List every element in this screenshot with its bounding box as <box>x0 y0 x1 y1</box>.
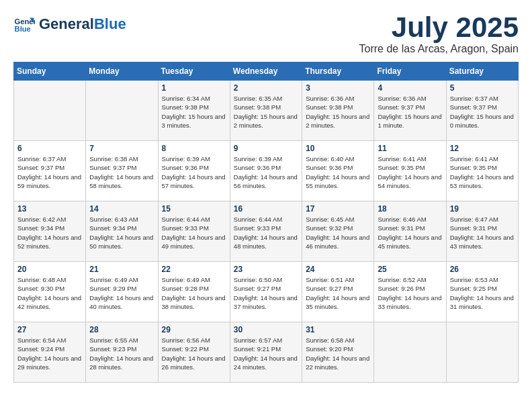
calendar-cell: 16 Sunrise: 6:44 AMSunset: 9:33 PMDaylig… <box>230 201 302 262</box>
page-header: General Blue GeneralBlue July 2025 Torre… <box>13 13 519 55</box>
calendar-cell: 24 Sunrise: 6:51 AMSunset: 9:27 PMDaylig… <box>302 262 374 322</box>
day-info: Sunrise: 6:48 AMSunset: 9:30 PMDaylight:… <box>17 275 82 311</box>
weekday-header: Sunday <box>14 62 86 81</box>
day-info: Sunrise: 6:34 AMSunset: 9:38 PMDaylight:… <box>162 94 226 130</box>
calendar-cell: 15 Sunrise: 6:44 AMSunset: 9:33 PMDaylig… <box>158 201 230 262</box>
weekday-header: Saturday <box>446 62 518 81</box>
day-info: Sunrise: 6:42 AMSunset: 9:34 PMDaylight:… <box>17 215 82 250</box>
day-number: 7 <box>89 144 154 153</box>
logo-general: GeneralBlue <box>39 16 126 32</box>
month-title: July 2025 <box>359 13 519 42</box>
calendar-cell <box>14 81 86 141</box>
calendar-cell: 4 Sunrise: 6:36 AMSunset: 9:37 PMDayligh… <box>374 81 446 141</box>
calendar-cell: 8 Sunrise: 6:39 AMSunset: 9:36 PMDayligh… <box>158 141 230 201</box>
calendar-cell: 30 Sunrise: 6:57 AMSunset: 9:21 PMDaylig… <box>230 322 302 383</box>
day-info: Sunrise: 6:56 AMSunset: 9:22 PMDaylight:… <box>162 336 226 371</box>
day-info: Sunrise: 6:54 AMSunset: 9:24 PMDaylight:… <box>17 336 82 371</box>
calendar-body: 1 Sunrise: 6:34 AMSunset: 9:38 PMDayligh… <box>14 81 519 383</box>
day-info: Sunrise: 6:39 AMSunset: 9:36 PMDaylight:… <box>162 154 226 190</box>
day-info: Sunrise: 6:49 AMSunset: 9:28 PMDaylight:… <box>162 275 226 311</box>
calendar-cell: 2 Sunrise: 6:35 AMSunset: 9:38 PMDayligh… <box>230 81 302 141</box>
day-number: 3 <box>306 83 370 93</box>
day-number: 23 <box>234 265 298 274</box>
day-info: Sunrise: 6:46 AMSunset: 9:31 PMDaylight:… <box>378 215 442 250</box>
day-info: Sunrise: 6:37 AMSunset: 9:37 PMDaylight:… <box>450 94 515 130</box>
calendar-cell: 17 Sunrise: 6:45 AMSunset: 9:32 PMDaylig… <box>302 201 374 262</box>
day-number: 1 <box>162 83 226 93</box>
day-number: 27 <box>17 325 82 334</box>
day-number: 26 <box>450 265 515 274</box>
day-number: 10 <box>306 144 370 153</box>
day-number: 30 <box>234 325 298 334</box>
day-number: 20 <box>17 265 82 274</box>
day-info: Sunrise: 6:41 AMSunset: 9:35 PMDaylight:… <box>450 154 515 190</box>
day-info: Sunrise: 6:36 AMSunset: 9:38 PMDaylight:… <box>306 94 370 130</box>
day-number: 13 <box>17 204 82 214</box>
day-number: 22 <box>162 265 226 274</box>
day-number: 5 <box>450 83 515 93</box>
calendar-cell: 11 Sunrise: 6:41 AMSunset: 9:35 PMDaylig… <box>374 141 446 201</box>
calendar-cell: 12 Sunrise: 6:41 AMSunset: 9:35 PMDaylig… <box>446 141 518 201</box>
calendar-cell: 19 Sunrise: 6:47 AMSunset: 9:31 PMDaylig… <box>446 201 518 262</box>
day-info: Sunrise: 6:37 AMSunset: 9:37 PMDaylight:… <box>17 154 82 190</box>
day-info: Sunrise: 6:51 AMSunset: 9:27 PMDaylight:… <box>306 275 370 311</box>
day-info: Sunrise: 6:55 AMSunset: 9:23 PMDaylight:… <box>89 336 154 371</box>
calendar-cell: 7 Sunrise: 6:38 AMSunset: 9:37 PMDayligh… <box>86 141 158 201</box>
calendar-cell: 23 Sunrise: 6:50 AMSunset: 9:27 PMDaylig… <box>230 262 302 322</box>
day-number: 12 <box>450 144 515 153</box>
calendar-cell: 22 Sunrise: 6:49 AMSunset: 9:28 PMDaylig… <box>158 262 230 322</box>
day-info: Sunrise: 6:40 AMSunset: 9:36 PMDaylight:… <box>306 154 370 190</box>
logo-blue: Blue <box>94 15 126 32</box>
day-info: Sunrise: 6:52 AMSunset: 9:26 PMDaylight:… <box>378 275 442 311</box>
day-number: 28 <box>89 325 154 334</box>
day-info: Sunrise: 6:53 AMSunset: 9:25 PMDaylight:… <box>450 275 515 311</box>
calendar-cell <box>446 322 518 383</box>
day-number: 19 <box>450 204 515 214</box>
day-info: Sunrise: 6:44 AMSunset: 9:33 PMDaylight:… <box>234 215 298 250</box>
day-number: 11 <box>378 144 442 153</box>
day-number: 18 <box>378 204 442 214</box>
day-number: 2 <box>234 83 298 93</box>
logo: General Blue GeneralBlue <box>13 13 126 35</box>
calendar-cell: 29 Sunrise: 6:56 AMSunset: 9:22 PMDaylig… <box>158 322 230 383</box>
calendar-week-row: 1 Sunrise: 6:34 AMSunset: 9:38 PMDayligh… <box>14 81 519 141</box>
calendar-cell: 3 Sunrise: 6:36 AMSunset: 9:38 PMDayligh… <box>302 81 374 141</box>
day-info: Sunrise: 6:38 AMSunset: 9:37 PMDaylight:… <box>89 154 154 190</box>
day-number: 4 <box>378 83 442 93</box>
day-info: Sunrise: 6:47 AMSunset: 9:31 PMDaylight:… <box>450 215 515 250</box>
calendar-cell: 27 Sunrise: 6:54 AMSunset: 9:24 PMDaylig… <box>14 322 86 383</box>
calendar-week-row: 27 Sunrise: 6:54 AMSunset: 9:24 PMDaylig… <box>14 322 519 383</box>
day-info: Sunrise: 6:49 AMSunset: 9:29 PMDaylight:… <box>89 275 154 311</box>
calendar-cell: 26 Sunrise: 6:53 AMSunset: 9:25 PMDaylig… <box>446 262 518 322</box>
calendar-cell: 9 Sunrise: 6:39 AMSunset: 9:36 PMDayligh… <box>230 141 302 201</box>
svg-text:Blue: Blue <box>15 25 31 33</box>
day-info: Sunrise: 6:50 AMSunset: 9:27 PMDaylight:… <box>234 275 298 311</box>
day-info: Sunrise: 6:58 AMSunset: 9:20 PMDaylight:… <box>306 336 370 371</box>
calendar-cell: 14 Sunrise: 6:43 AMSunset: 9:34 PMDaylig… <box>86 201 158 262</box>
day-number: 15 <box>162 204 226 214</box>
calendar-week-row: 20 Sunrise: 6:48 AMSunset: 9:30 PMDaylig… <box>14 262 519 322</box>
title-block: July 2025 Torre de las Arcas, Aragon, Sp… <box>359 13 519 55</box>
calendar-week-row: 13 Sunrise: 6:42 AMSunset: 9:34 PMDaylig… <box>14 201 519 262</box>
location: Torre de las Arcas, Aragon, Spain <box>359 43 519 55</box>
day-number: 31 <box>306 325 370 334</box>
day-info: Sunrise: 6:43 AMSunset: 9:34 PMDaylight:… <box>89 215 154 250</box>
day-number: 6 <box>17 144 82 153</box>
weekday-header: Wednesday <box>230 62 302 81</box>
day-number: 9 <box>234 144 298 153</box>
calendar-header-row: SundayMondayTuesdayWednesdayThursdayFrid… <box>14 62 519 81</box>
calendar-cell: 18 Sunrise: 6:46 AMSunset: 9:31 PMDaylig… <box>374 201 446 262</box>
calendar-cell: 10 Sunrise: 6:40 AMSunset: 9:36 PMDaylig… <box>302 141 374 201</box>
calendar-cell <box>374 322 446 383</box>
calendar-cell: 20 Sunrise: 6:48 AMSunset: 9:30 PMDaylig… <box>14 262 86 322</box>
calendar-cell: 21 Sunrise: 6:49 AMSunset: 9:29 PMDaylig… <box>86 262 158 322</box>
day-number: 25 <box>378 265 442 274</box>
day-info: Sunrise: 6:39 AMSunset: 9:36 PMDaylight:… <box>234 154 298 190</box>
logo-icon: General Blue <box>13 13 35 35</box>
calendar-cell <box>86 81 158 141</box>
day-number: 29 <box>162 325 226 334</box>
day-number: 24 <box>306 265 370 274</box>
calendar-cell: 1 Sunrise: 6:34 AMSunset: 9:38 PMDayligh… <box>158 81 230 141</box>
day-number: 21 <box>89 265 154 274</box>
weekday-header: Thursday <box>302 62 374 81</box>
